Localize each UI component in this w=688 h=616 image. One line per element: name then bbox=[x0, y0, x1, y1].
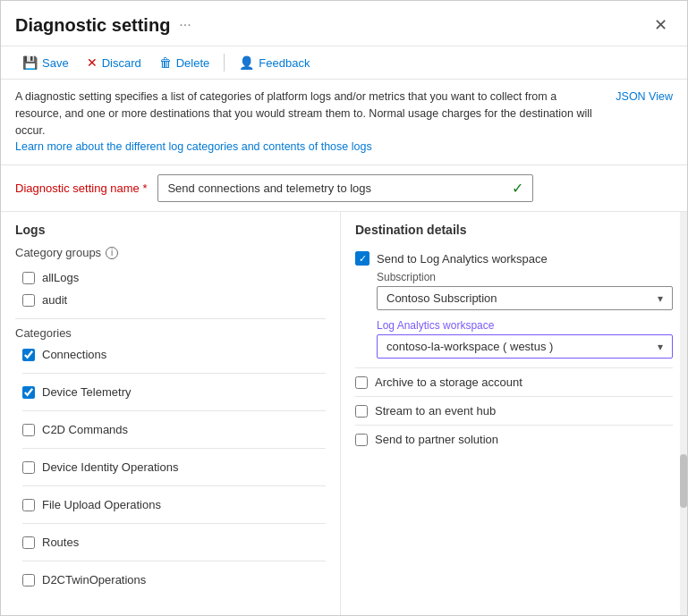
checkbox-storage[interactable] bbox=[355, 376, 368, 389]
discard-label: Discard bbox=[102, 56, 141, 70]
checkbox-audit[interactable] bbox=[22, 294, 35, 307]
main-content: Logs Category groups i allLogs audit Cat… bbox=[1, 212, 687, 615]
category-divider bbox=[22, 523, 326, 524]
chevron-down-icon: ▾ bbox=[658, 292, 663, 305]
checkbox-device-identity[interactable] bbox=[22, 461, 35, 474]
dest-label-storage[interactable]: Archive to a storage account bbox=[375, 376, 522, 389]
label-connections[interactable]: Connections bbox=[42, 348, 106, 361]
checkbox-c2d-commands[interactable] bbox=[22, 424, 35, 436]
checked-icon: ✓ bbox=[355, 251, 369, 266]
save-label: Save bbox=[42, 56, 69, 70]
checkbox-d2ctwin[interactable] bbox=[22, 574, 35, 586]
label-c2d-commands[interactable]: C2D Commands bbox=[42, 423, 128, 436]
dest-label-partner[interactable]: Send to partner solution bbox=[375, 433, 498, 446]
categories-list: Connections Device Telemetry C2D Command… bbox=[15, 343, 326, 591]
category-divider bbox=[22, 448, 326, 449]
dest-option-log-analytics: ✓ Send to Log Analytics workspace bbox=[355, 246, 673, 271]
logs-divider bbox=[15, 318, 326, 319]
checkbox-allLogs[interactable] bbox=[22, 272, 35, 284]
diagnostic-setting-panel: Diagnostic setting ··· ✕ 💾 Save ✕ Discar… bbox=[0, 0, 688, 616]
category-group-item: audit bbox=[22, 289, 326, 311]
save-icon: 💾 bbox=[22, 55, 38, 70]
category-groups-label: Category groups i bbox=[15, 246, 326, 259]
checkbox-connections[interactable] bbox=[22, 349, 35, 361]
scrollbar-thumb[interactable] bbox=[680, 454, 687, 508]
checkbox-file-upload[interactable] bbox=[22, 499, 35, 511]
logs-panel: Logs Category groups i allLogs audit Cat… bbox=[1, 212, 341, 615]
json-view-link[interactable]: JSON View bbox=[616, 89, 673, 105]
label-routes[interactable]: Routes bbox=[42, 536, 79, 549]
category-item: Connections bbox=[22, 343, 326, 366]
workspace-field: Log Analytics workspace contoso-la-works… bbox=[377, 319, 673, 359]
label-audit[interactable]: audit bbox=[42, 293, 67, 307]
setting-name-label: Diagnostic setting name * bbox=[15, 181, 147, 195]
label-d2ctwin[interactable]: D2CTwinOperations bbox=[42, 573, 146, 586]
checkbox-partner[interactable] bbox=[355, 434, 368, 446]
dest-label-log-analytics[interactable]: Send to Log Analytics workspace bbox=[377, 252, 548, 266]
panel-header: Diagnostic setting ··· ✕ bbox=[1, 1, 687, 46]
destination-options: ✓ Send to Log Analytics workspace Subscr… bbox=[355, 246, 673, 451]
checkbox-routes[interactable] bbox=[22, 536, 35, 549]
dest-divider bbox=[355, 425, 673, 426]
subscription-field: Subscription Contoso Subscription ▾ bbox=[377, 271, 673, 310]
category-divider bbox=[22, 561, 326, 561]
panel-title: Diagnostic setting bbox=[15, 15, 170, 36]
subscription-label: Subscription bbox=[377, 271, 673, 283]
feedback-label: Feedback bbox=[259, 56, 310, 70]
subscription-value: Contoso Subscription bbox=[386, 291, 497, 305]
dest-option-storage: Archive to a storage account bbox=[355, 370, 673, 394]
info-text: A diagnostic setting specifies a list of… bbox=[15, 89, 605, 156]
close-button[interactable]: ✕ bbox=[649, 13, 673, 37]
delete-label: Delete bbox=[176, 56, 210, 70]
category-item: Routes bbox=[22, 531, 326, 553]
category-item: File Upload Operations bbox=[22, 494, 326, 516]
discard-icon: ✕ bbox=[87, 55, 98, 70]
more-icon[interactable]: ··· bbox=[179, 17, 191, 33]
workspace-value: contoso-la-workspace ( westus ) bbox=[386, 340, 553, 353]
dest-label-event-hub[interactable]: Stream to an event hub bbox=[375, 404, 496, 418]
label-allLogs[interactable]: allLogs bbox=[42, 271, 79, 284]
dest-divider bbox=[355, 396, 673, 397]
info-bar: A diagnostic setting specifies a list of… bbox=[1, 80, 687, 165]
workspace-select[interactable]: contoso-la-workspace ( westus ) ▾ bbox=[377, 334, 673, 359]
category-item: D2CTwinOperations bbox=[22, 569, 326, 591]
required-marker: * bbox=[142, 181, 147, 195]
category-divider bbox=[22, 410, 326, 411]
category-item: Device Identity Operations bbox=[22, 456, 326, 478]
delete-icon: 🗑 bbox=[159, 55, 172, 70]
category-group-item: allLogs bbox=[22, 266, 326, 289]
save-button[interactable]: 💾 Save bbox=[15, 52, 76, 73]
label-device-telemetry[interactable]: Device Telemetry bbox=[42, 385, 131, 399]
setting-name-input[interactable]: Send connections and telemetry to logs ✓ bbox=[157, 174, 533, 202]
toolbar-separator bbox=[224, 54, 225, 72]
delete-button[interactable]: 🗑 Delete bbox=[152, 52, 217, 73]
checkbox-device-telemetry[interactable] bbox=[22, 386, 35, 399]
learn-more-link[interactable]: Learn more about the different log categ… bbox=[15, 140, 372, 153]
dest-option-event-hub: Stream to an event hub bbox=[355, 399, 673, 423]
label-device-identity[interactable]: Device Identity Operations bbox=[42, 460, 178, 474]
label-file-upload[interactable]: File Upload Operations bbox=[42, 498, 161, 511]
setting-name-row: Diagnostic setting name * Send connectio… bbox=[1, 165, 687, 212]
setting-name-value: Send connections and telemetry to logs bbox=[167, 181, 371, 195]
category-divider bbox=[22, 373, 326, 374]
logs-section-title: Logs bbox=[15, 223, 326, 237]
valid-checkmark: ✓ bbox=[512, 180, 523, 197]
feedback-button[interactable]: 👤 Feedback bbox=[232, 52, 317, 73]
workspace-label: Log Analytics workspace bbox=[377, 319, 673, 332]
category-groups-list: allLogs audit bbox=[15, 266, 326, 311]
info-icon[interactable]: i bbox=[106, 247, 118, 259]
category-item: Device Telemetry bbox=[22, 381, 326, 403]
log-analytics-fields: Subscription Contoso Subscription ▾ Log … bbox=[377, 271, 673, 359]
destination-title: Destination details bbox=[355, 223, 673, 237]
dest-divider bbox=[355, 367, 673, 368]
scrollbar[interactable] bbox=[680, 212, 687, 615]
destination-panel: Destination details ✓ Send to Log Analyt… bbox=[341, 212, 687, 615]
discard-button[interactable]: ✕ Discard bbox=[80, 52, 149, 73]
subscription-select[interactable]: Contoso Subscription ▾ bbox=[377, 286, 673, 310]
categories-label: Categories bbox=[15, 326, 326, 340]
info-description: A diagnostic setting specifies a list of… bbox=[15, 90, 592, 137]
toolbar: 💾 Save ✕ Discard 🗑 Delete 👤 Feedback bbox=[1, 46, 687, 80]
feedback-icon: 👤 bbox=[239, 55, 254, 70]
chevron-down-icon: ▾ bbox=[658, 341, 663, 353]
checkbox-event-hub[interactable] bbox=[355, 405, 368, 418]
